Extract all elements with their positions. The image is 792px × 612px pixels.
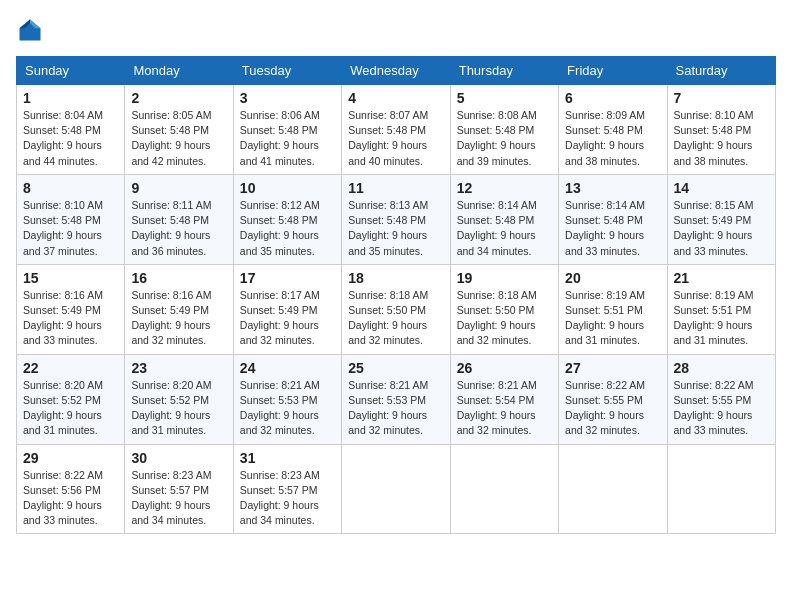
weekday-header-row: SundayMondayTuesdayWednesdayThursdayFrid… [17,57,776,85]
weekday-header-cell: Sunday [17,57,125,85]
day-detail: Sunrise: 8:21 AM Sunset: 5:53 PM Dayligh… [348,379,428,437]
day-detail: Sunrise: 8:19 AM Sunset: 5:51 PM Dayligh… [565,289,645,347]
calendar-day-cell: 4 Sunrise: 8:07 AM Sunset: 5:48 PM Dayli… [342,85,450,175]
day-detail: Sunrise: 8:10 AM Sunset: 5:48 PM Dayligh… [23,199,103,257]
calendar-day-cell: 8 Sunrise: 8:10 AM Sunset: 5:48 PM Dayli… [17,174,125,264]
day-number: 12 [457,180,552,196]
day-detail: Sunrise: 8:14 AM Sunset: 5:48 PM Dayligh… [565,199,645,257]
day-number: 14 [674,180,769,196]
day-detail: Sunrise: 8:16 AM Sunset: 5:49 PM Dayligh… [23,289,103,347]
day-detail: Sunrise: 8:21 AM Sunset: 5:54 PM Dayligh… [457,379,537,437]
day-number: 13 [565,180,660,196]
day-number: 8 [23,180,118,196]
calendar-day-cell: 6 Sunrise: 8:09 AM Sunset: 5:48 PM Dayli… [559,85,667,175]
calendar-day-cell: 19 Sunrise: 8:18 AM Sunset: 5:50 PM Dayl… [450,264,558,354]
calendar-day-cell: 13 Sunrise: 8:14 AM Sunset: 5:48 PM Dayl… [559,174,667,264]
day-number: 17 [240,270,335,286]
day-detail: Sunrise: 8:04 AM Sunset: 5:48 PM Dayligh… [23,109,103,167]
day-number: 24 [240,360,335,376]
day-number: 15 [23,270,118,286]
calendar-week-row: 8 Sunrise: 8:10 AM Sunset: 5:48 PM Dayli… [17,174,776,264]
page-header [16,16,776,44]
day-number: 6 [565,90,660,106]
day-number: 5 [457,90,552,106]
day-detail: Sunrise: 8:20 AM Sunset: 5:52 PM Dayligh… [131,379,211,437]
day-detail: Sunrise: 8:09 AM Sunset: 5:48 PM Dayligh… [565,109,645,167]
weekday-header-cell: Monday [125,57,233,85]
calendar-day-cell: 5 Sunrise: 8:08 AM Sunset: 5:48 PM Dayli… [450,85,558,175]
logo-icon [16,16,44,44]
day-detail: Sunrise: 8:06 AM Sunset: 5:48 PM Dayligh… [240,109,320,167]
day-detail: Sunrise: 8:23 AM Sunset: 5:57 PM Dayligh… [240,469,320,527]
calendar-day-cell [559,444,667,534]
day-number: 26 [457,360,552,376]
weekday-header-cell: Tuesday [233,57,341,85]
calendar-week-row: 22 Sunrise: 8:20 AM Sunset: 5:52 PM Dayl… [17,354,776,444]
calendar-day-cell: 17 Sunrise: 8:17 AM Sunset: 5:49 PM Dayl… [233,264,341,354]
day-detail: Sunrise: 8:14 AM Sunset: 5:48 PM Dayligh… [457,199,537,257]
calendar-day-cell: 23 Sunrise: 8:20 AM Sunset: 5:52 PM Dayl… [125,354,233,444]
day-detail: Sunrise: 8:17 AM Sunset: 5:49 PM Dayligh… [240,289,320,347]
calendar-day-cell: 26 Sunrise: 8:21 AM Sunset: 5:54 PM Dayl… [450,354,558,444]
day-number: 28 [674,360,769,376]
calendar-day-cell: 20 Sunrise: 8:19 AM Sunset: 5:51 PM Dayl… [559,264,667,354]
day-number: 19 [457,270,552,286]
day-number: 20 [565,270,660,286]
calendar-day-cell: 1 Sunrise: 8:04 AM Sunset: 5:48 PM Dayli… [17,85,125,175]
day-number: 27 [565,360,660,376]
day-detail: Sunrise: 8:18 AM Sunset: 5:50 PM Dayligh… [457,289,537,347]
day-detail: Sunrise: 8:19 AM Sunset: 5:51 PM Dayligh… [674,289,754,347]
calendar-day-cell [667,444,775,534]
day-number: 10 [240,180,335,196]
weekday-header-cell: Wednesday [342,57,450,85]
calendar-week-row: 29 Sunrise: 8:22 AM Sunset: 5:56 PM Dayl… [17,444,776,534]
weekday-header-cell: Thursday [450,57,558,85]
day-number: 23 [131,360,226,376]
day-detail: Sunrise: 8:07 AM Sunset: 5:48 PM Dayligh… [348,109,428,167]
day-number: 3 [240,90,335,106]
day-detail: Sunrise: 8:22 AM Sunset: 5:55 PM Dayligh… [674,379,754,437]
day-number: 21 [674,270,769,286]
calendar-day-cell: 12 Sunrise: 8:14 AM Sunset: 5:48 PM Dayl… [450,174,558,264]
calendar-day-cell [450,444,558,534]
calendar-day-cell: 27 Sunrise: 8:22 AM Sunset: 5:55 PM Dayl… [559,354,667,444]
calendar-day-cell: 3 Sunrise: 8:06 AM Sunset: 5:48 PM Dayli… [233,85,341,175]
weekday-header-cell: Friday [559,57,667,85]
day-detail: Sunrise: 8:10 AM Sunset: 5:48 PM Dayligh… [674,109,754,167]
day-detail: Sunrise: 8:11 AM Sunset: 5:48 PM Dayligh… [131,199,211,257]
day-number: 9 [131,180,226,196]
calendar-week-row: 15 Sunrise: 8:16 AM Sunset: 5:49 PM Dayl… [17,264,776,354]
day-detail: Sunrise: 8:20 AM Sunset: 5:52 PM Dayligh… [23,379,103,437]
day-number: 1 [23,90,118,106]
day-detail: Sunrise: 8:12 AM Sunset: 5:48 PM Dayligh… [240,199,320,257]
calendar-day-cell: 15 Sunrise: 8:16 AM Sunset: 5:49 PM Dayl… [17,264,125,354]
calendar-day-cell: 28 Sunrise: 8:22 AM Sunset: 5:55 PM Dayl… [667,354,775,444]
day-detail: Sunrise: 8:15 AM Sunset: 5:49 PM Dayligh… [674,199,754,257]
calendar-table: SundayMondayTuesdayWednesdayThursdayFrid… [16,56,776,534]
day-number: 29 [23,450,118,466]
calendar-day-cell: 25 Sunrise: 8:21 AM Sunset: 5:53 PM Dayl… [342,354,450,444]
calendar-day-cell: 11 Sunrise: 8:13 AM Sunset: 5:48 PM Dayl… [342,174,450,264]
day-number: 2 [131,90,226,106]
weekday-header-cell: Saturday [667,57,775,85]
day-number: 11 [348,180,443,196]
day-detail: Sunrise: 8:18 AM Sunset: 5:50 PM Dayligh… [348,289,428,347]
day-detail: Sunrise: 8:16 AM Sunset: 5:49 PM Dayligh… [131,289,211,347]
calendar-day-cell: 31 Sunrise: 8:23 AM Sunset: 5:57 PM Dayl… [233,444,341,534]
calendar-week-row: 1 Sunrise: 8:04 AM Sunset: 5:48 PM Dayli… [17,85,776,175]
day-number: 31 [240,450,335,466]
calendar-body: 1 Sunrise: 8:04 AM Sunset: 5:48 PM Dayli… [17,85,776,534]
day-number: 4 [348,90,443,106]
day-detail: Sunrise: 8:13 AM Sunset: 5:48 PM Dayligh… [348,199,428,257]
calendar-day-cell: 10 Sunrise: 8:12 AM Sunset: 5:48 PM Dayl… [233,174,341,264]
calendar-day-cell: 2 Sunrise: 8:05 AM Sunset: 5:48 PM Dayli… [125,85,233,175]
calendar-day-cell: 9 Sunrise: 8:11 AM Sunset: 5:48 PM Dayli… [125,174,233,264]
day-number: 16 [131,270,226,286]
calendar-day-cell: 24 Sunrise: 8:21 AM Sunset: 5:53 PM Dayl… [233,354,341,444]
calendar-day-cell [342,444,450,534]
day-number: 18 [348,270,443,286]
day-detail: Sunrise: 8:21 AM Sunset: 5:53 PM Dayligh… [240,379,320,437]
day-detail: Sunrise: 8:22 AM Sunset: 5:56 PM Dayligh… [23,469,103,527]
calendar-day-cell: 14 Sunrise: 8:15 AM Sunset: 5:49 PM Dayl… [667,174,775,264]
day-number: 7 [674,90,769,106]
